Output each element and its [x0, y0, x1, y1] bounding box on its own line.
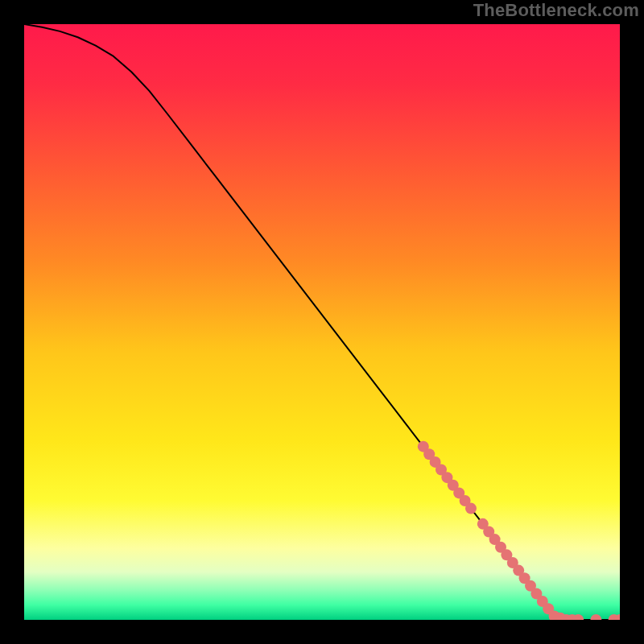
- plot-area: [24, 24, 620, 620]
- chart-svg: [24, 24, 620, 620]
- plot-background: [24, 24, 620, 620]
- data-marker: [465, 503, 477, 514]
- chart-container: TheBottleneck.com: [0, 0, 644, 644]
- watermark-text: TheBottleneck.com: [473, 0, 639, 21]
